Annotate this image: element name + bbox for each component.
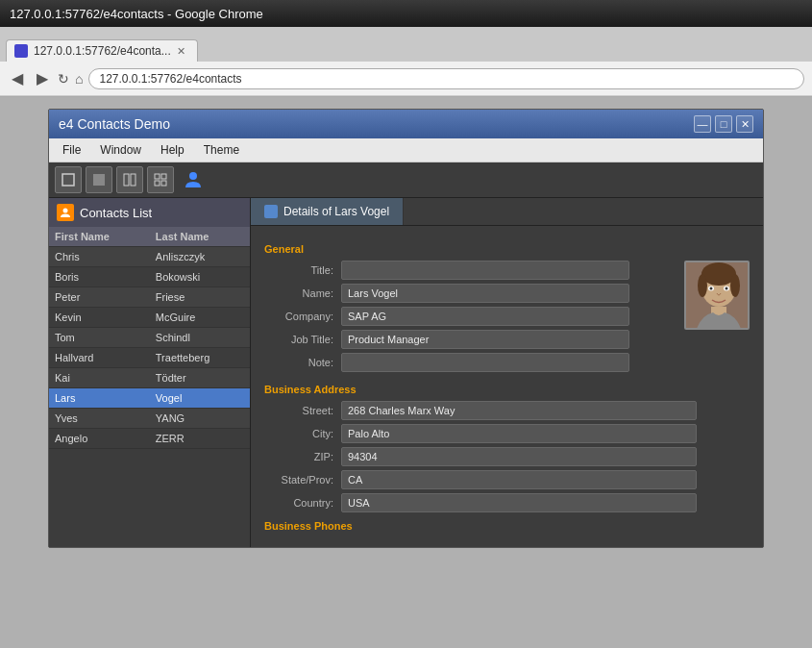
app-toolbar (49, 162, 763, 198)
forward-button[interactable]: ▶ (33, 67, 52, 89)
os-title-text: 127.0.0.1:57762/e4contacts - Google Chro… (10, 7, 263, 21)
section-general: General (264, 243, 750, 255)
section-business-phones: Business Phones (264, 520, 750, 532)
field-company-row: Company: SAP AG (264, 307, 675, 326)
contact-first-name: Boris (49, 267, 150, 287)
contact-last-name: Bokowski (150, 267, 250, 287)
fields-section: Title: Name: Lars Vogel Company: SAP AG (264, 261, 675, 376)
menu-file[interactable]: File (53, 140, 90, 160)
toolbar-person-btn[interactable] (178, 166, 209, 193)
details-tab-icon (264, 205, 278, 218)
field-jobtitle-row: Job Title: Product Manager (264, 330, 675, 349)
contact-first-name: Kai (49, 368, 150, 388)
home-button[interactable]: ⌂ (75, 71, 83, 87)
back-button[interactable]: ◀ (8, 67, 27, 89)
svg-rect-0 (62, 174, 74, 186)
details-tab-bar: Details of Lars Vogel (251, 198, 763, 226)
jobtitle-value[interactable]: Product Manager (341, 330, 629, 349)
details-tab[interactable]: Details of Lars Vogel (251, 198, 404, 225)
contact-last-name: ZERR (150, 429, 250, 449)
svg-point-17 (710, 287, 713, 290)
col-first-name: First Name (49, 227, 150, 247)
contact-last-name: Tödter (150, 368, 250, 388)
table-row[interactable]: Angelo ZERR (49, 429, 250, 449)
table-row[interactable]: Peter Friese (49, 287, 250, 308)
browser-chrome: 127.0.0.1:57762/e4conta... ✕ ◀ ▶ ↻ ⌂ (0, 27, 812, 97)
field-city-row: City: Palo Alto (264, 424, 750, 443)
contacts-panel: Contacts List First Name Last Name Chris… (49, 198, 251, 547)
contact-first-name: Hallvard (49, 348, 150, 368)
contacts-panel-icon (57, 204, 74, 221)
toolbar-btn-2[interactable] (86, 166, 112, 193)
contact-first-name: Tom (49, 328, 150, 348)
address-bar[interactable] (88, 68, 804, 89)
os-titlebar: 127.0.0.1:57762/e4contacts - Google Chro… (0, 0, 812, 27)
table-row[interactable]: Tom Schindl (49, 328, 250, 348)
table-row[interactable]: Yves YANG (49, 409, 250, 429)
city-value[interactable]: Palo Alto (341, 424, 697, 443)
svg-point-18 (726, 287, 728, 290)
app-content: Contacts List First Name Last Name Chris… (49, 198, 763, 547)
svg-rect-4 (155, 174, 160, 179)
field-note-row: Note: (264, 353, 675, 372)
zip-label: ZIP: (264, 451, 341, 462)
svg-point-9 (63, 209, 68, 213)
table-row[interactable]: Kai Tödter (49, 368, 250, 388)
contact-last-name: YANG (150, 409, 250, 429)
company-value[interactable]: SAP AG (341, 307, 629, 326)
minimize-button[interactable]: — (694, 115, 711, 133)
zip-value[interactable]: 94304 (341, 447, 697, 466)
table-row[interactable]: Chris Anliszczyk (49, 247, 250, 267)
contact-first-name: Lars (49, 388, 150, 409)
tab-close-btn[interactable]: ✕ (177, 45, 185, 58)
street-label: Street: (264, 405, 341, 416)
country-value[interactable]: USA (341, 493, 697, 512)
details-panel: Details of Lars Vogel General Title: (251, 198, 763, 547)
table-row[interactable]: Kevin McGuire (49, 308, 250, 328)
note-label: Note: (264, 357, 341, 368)
contact-first-name: Chris (49, 247, 150, 267)
state-value[interactable]: CA (341, 470, 697, 489)
details-body: General Title: Name: Lars Vogel (251, 226, 763, 547)
field-name-row: Name: Lars Vogel (264, 284, 675, 303)
svg-point-8 (189, 172, 197, 180)
title-value[interactable] (341, 261, 629, 280)
contact-last-name: Schindl (150, 328, 250, 348)
table-row[interactable]: Lars Vogel (49, 388, 250, 409)
col-last-name: Last Name (150, 227, 250, 247)
contact-last-name: Traetteberg (150, 348, 250, 368)
svg-point-14 (730, 274, 740, 297)
svg-rect-7 (161, 181, 166, 186)
panel-header: Contacts List (49, 198, 250, 227)
menu-help[interactable]: Help (151, 140, 194, 160)
toolbar-btn-1[interactable] (55, 166, 82, 193)
tab-favicon (14, 44, 28, 58)
close-button[interactable]: ✕ (736, 115, 753, 133)
svg-rect-3 (131, 174, 135, 186)
contact-first-name: Yves (49, 409, 150, 429)
contact-first-name: Angelo (49, 429, 150, 449)
table-row[interactable]: Hallvard Traetteberg (49, 348, 250, 368)
table-row[interactable]: Boris Bokowski (49, 267, 250, 287)
contact-last-name: Anliszczyk (150, 247, 250, 267)
field-street-row: Street: 268 Charles Marx Way (264, 401, 750, 420)
field-title-row: Title: (264, 261, 675, 280)
section-business-address: Business Address (264, 384, 750, 395)
menu-window[interactable]: Window (90, 140, 151, 160)
svg-rect-1 (93, 174, 105, 186)
svg-rect-6 (155, 181, 160, 186)
browser-tabs: 127.0.0.1:57762/e4conta... ✕ (0, 27, 812, 62)
toolbar-btn-3[interactable] (116, 166, 143, 193)
browser-tab[interactable]: 127.0.0.1:57762/e4conta... ✕ (6, 39, 198, 62)
field-state-row: State/Prov: CA (264, 470, 750, 489)
note-value[interactable] (341, 353, 629, 372)
maximize-button[interactable]: □ (715, 115, 732, 133)
toolbar-btn-4[interactable] (147, 166, 174, 193)
contact-photo (684, 261, 750, 330)
menu-theme[interactable]: Theme (194, 140, 249, 160)
street-value[interactable]: 268 Charles Marx Way (341, 401, 697, 420)
app-titlebar: e4 Contacts Demo — □ ✕ (49, 110, 763, 138)
name-value[interactable]: Lars Vogel (341, 284, 629, 303)
reload-button[interactable]: ↻ (58, 71, 69, 87)
name-label: Name: (264, 287, 341, 299)
